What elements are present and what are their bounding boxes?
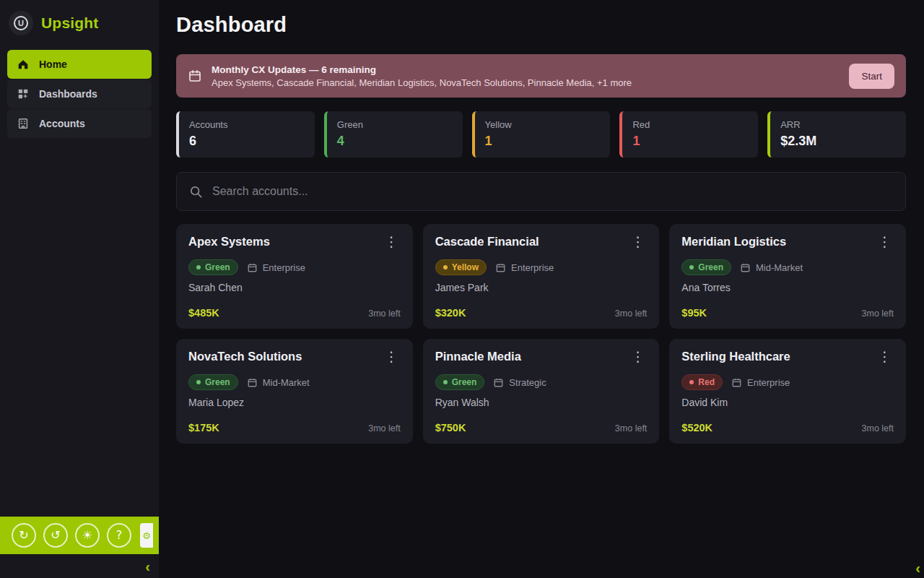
status-badge: Green [188,259,238,275]
logo-icon: U [9,11,33,35]
sidebar-toolbar: ↻ ↺ ☀ ? ⚙ [0,517,159,554]
sidebar-item-label: Dashboards [39,88,97,100]
arr-value: $95K [681,307,707,319]
contact-name: Sarah Chen [188,282,401,293]
banner-subtitle: Apex Systems, Cascade Financial, Meridia… [212,77,632,88]
kebab-menu-icon[interactable]: ⋮ [876,235,894,249]
sidebar-nav: Home Dashboards Accounts [0,50,159,138]
account-name: Meridian Logistics [681,235,786,249]
arr-value: $175K [188,422,219,434]
account-card[interactable]: Cascade Financial ⋮ Yellow Enterprise Ja… [423,224,660,329]
calendar-icon [247,377,258,388]
status-badge: Green [188,374,238,390]
stat-card-green: Green 4 [324,111,463,158]
kebab-menu-icon[interactable]: ⋮ [629,235,647,249]
renewal-countdown: 3mo left [862,309,894,319]
status-dot [689,265,694,269]
status-label: Green [698,262,723,272]
stat-label: Green [337,119,453,130]
contact-name: David Kim [681,397,894,408]
contact-name: Maria Lopez [188,397,401,408]
logo-letter: U [14,16,28,30]
sidebar-item-accounts[interactable]: Accounts [7,109,152,138]
sidebar-collapse-chevron-icon[interactable]: ‹ [145,559,150,574]
settings-button[interactable]: ⚙ [140,523,153,548]
main-content: Dashboard Monthly CX Updates — 6 remaini… [159,0,924,578]
refresh-button[interactable]: ↻ [12,523,36,548]
account-card[interactable]: Sterling Healthcare ⋮ Red Enterprise Dav… [669,339,906,444]
segment: Enterprise [247,262,305,273]
brightness-icon: ☀ [82,530,92,541]
dashboards-icon [17,87,30,100]
segment: Mid-Market [247,377,310,388]
renewal-countdown: 3mo left [615,309,647,319]
segment: Strategic [493,377,546,388]
kebab-menu-icon[interactable]: ⋮ [629,350,647,363]
home-icon [17,58,30,71]
sidebar-item-dashboards[interactable]: Dashboards [7,79,152,108]
account-name: Pinnacle Media [435,350,521,363]
stat-card-red: Red 1 [619,111,758,158]
kebab-menu-icon[interactable]: ⋮ [383,350,401,363]
segment: Enterprise [731,377,790,388]
stat-card-accounts: Accounts 6 [176,111,315,158]
status-badge: Green [435,374,485,390]
accounts-grid: Apex Systems ⋮ Green Enterprise Sarah Ch… [176,224,906,444]
cx-updates-banner: Monthly CX Updates — 6 remaining Apex Sy… [176,54,906,98]
kebab-menu-icon[interactable]: ⋮ [876,350,894,363]
sidebar: U Upsight Home Dashboards Acco [0,0,159,578]
calendar-icon [731,377,742,388]
contact-name: James Park [435,282,648,293]
sidebar-spacer [0,138,159,517]
help-button[interactable]: ? [107,523,131,548]
calendar-icon [247,262,258,273]
status-badge: Red [681,374,723,390]
account-card[interactable]: Pinnacle Media ⋮ Green Strategic Ryan Wa… [423,339,660,444]
stat-value: 1 [632,134,748,149]
banner-text: Monthly CX Updates — 6 remaining Apex Sy… [212,64,632,88]
app-window: U Upsight Home Dashboards Acco [0,0,924,578]
status-badge: Yellow [435,259,487,275]
search-icon [189,185,203,199]
history-icon: ↺ [51,530,60,541]
history-button[interactable]: ↺ [43,523,68,548]
renewal-countdown: 3mo left [615,423,647,434]
status-label: Green [205,262,230,272]
start-button[interactable]: Start [849,64,894,89]
calendar-icon [495,262,506,273]
status-dot [196,265,201,269]
renewal-countdown: 3mo left [368,309,400,319]
kebab-menu-icon[interactable]: ⋮ [383,235,401,249]
account-card[interactable]: Apex Systems ⋮ Green Enterprise Sarah Ch… [176,224,413,329]
renewal-countdown: 3mo left [862,423,894,434]
account-card[interactable]: Meridian Logistics ⋮ Green Mid-Market An… [669,224,906,329]
account-name: Cascade Financial [435,235,539,249]
brightness-button[interactable]: ☀ [75,523,100,548]
sidebar-item-label: Home [39,59,67,70]
stat-value: 6 [189,134,305,149]
app-logo: U Upsight [0,0,159,50]
search-input[interactable] [212,185,893,198]
stat-label: Red [632,119,748,130]
account-name: Apex Systems [188,235,270,249]
sidebar-item-label: Accounts [39,118,85,129]
arr-value: $320K [435,307,466,319]
stat-label: Yellow [485,119,601,130]
panel-collapse-chevron-icon[interactable]: ‹ [915,561,920,575]
status-dot [443,265,448,269]
status-label: Red [698,377,715,387]
contact-name: Ryan Walsh [435,397,648,408]
calendar-icon [493,377,504,388]
sidebar-item-home[interactable]: Home [7,50,152,79]
segment: Enterprise [495,262,554,273]
arr-value: $485K [188,307,219,319]
account-card[interactable]: NovaTech Solutions ⋮ Green Mid-Market Ma… [176,339,413,444]
refresh-icon: ↻ [19,530,28,541]
status-dot [689,380,694,384]
stat-value: $2.3M [780,134,896,149]
segment-label: Enterprise [263,262,305,273]
segment-label: Enterprise [747,377,790,388]
stats-row: Accounts 6 Green 4 Yellow 1 Red 1 ARR $2… [176,111,906,158]
status-dot [196,380,201,384]
stat-value: 1 [485,134,601,149]
